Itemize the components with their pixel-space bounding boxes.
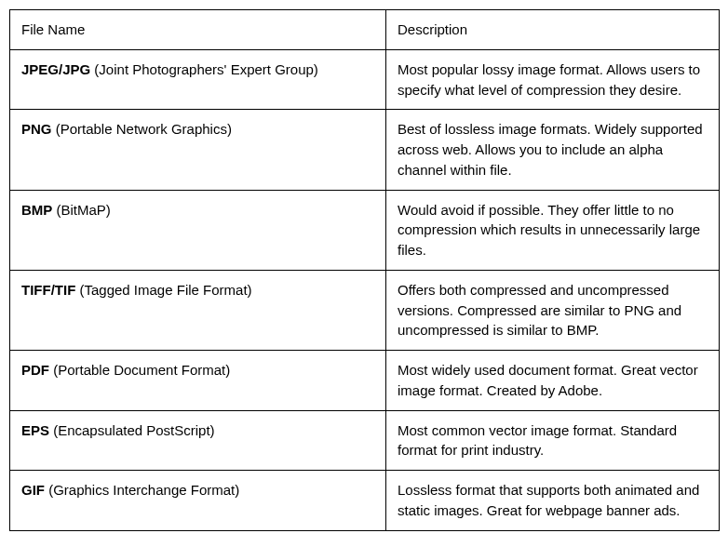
- format-full: (Joint Photographers' Expert Group): [90, 61, 318, 77]
- cell-description: Would avoid if possible. They offer litt…: [386, 190, 720, 270]
- format-abbr: GIF: [21, 482, 45, 498]
- cell-filename: PDF (Portable Document Format): [10, 351, 386, 411]
- format-abbr: JPEG/JPG: [21, 61, 90, 77]
- cell-description: Most widely used document format. Great …: [386, 351, 720, 411]
- col-header-description: Description: [386, 10, 720, 50]
- cell-description: Offers both compressed and uncompressed …: [386, 270, 720, 350]
- format-abbr: PDF: [21, 362, 49, 378]
- format-full: (Portable Document Format): [49, 362, 230, 378]
- format-abbr: EPS: [21, 422, 49, 438]
- cell-description: Lossless format that supports both anima…: [386, 471, 720, 531]
- cell-description: Best of lossless image formats. Widely s…: [386, 110, 720, 190]
- cell-filename: GIF (Graphics Interchange Format): [10, 471, 386, 531]
- cell-description: Most common vector image format. Standar…: [386, 410, 720, 471]
- format-full: (Tagged Image File Format): [75, 282, 251, 298]
- table-row: PDF (Portable Document Format) Most wide…: [10, 351, 720, 411]
- format-full: (Encapsulated PostScript): [49, 422, 215, 438]
- table-row: EPS (Encapsulated PostScript) Most commo…: [10, 410, 720, 471]
- cell-filename: BMP (BitMaP): [10, 190, 386, 270]
- table-header-row: File Name Description: [10, 10, 720, 50]
- file-formats-table: File Name Description JPEG/JPG (Joint Ph…: [9, 9, 720, 531]
- table-row: JPEG/JPG (Joint Photographers' Expert Gr…: [10, 49, 720, 110]
- cell-filename: EPS (Encapsulated PostScript): [10, 410, 386, 471]
- table-row: PNG (Portable Network Graphics) Best of …: [10, 110, 720, 190]
- cell-filename: JPEG/JPG (Joint Photographers' Expert Gr…: [10, 49, 386, 110]
- format-abbr: TIFF/TIF: [21, 282, 75, 298]
- format-full: (Graphics Interchange Format): [45, 482, 239, 498]
- cell-description: Most popular lossy image format. Allows …: [386, 49, 720, 110]
- format-abbr: PNG: [21, 121, 52, 137]
- table-row: GIF (Graphics Interchange Format) Lossle…: [10, 471, 720, 531]
- format-full: (BitMaP): [52, 202, 111, 218]
- col-header-filename: File Name: [10, 10, 386, 50]
- cell-filename: PNG (Portable Network Graphics): [10, 110, 386, 190]
- cell-filename: TIFF/TIF (Tagged Image File Format): [10, 270, 386, 350]
- table-row: TIFF/TIF (Tagged Image File Format) Offe…: [10, 270, 720, 350]
- table-row: BMP (BitMaP) Would avoid if possible. Th…: [10, 190, 720, 270]
- format-abbr: BMP: [21, 202, 52, 218]
- format-full: (Portable Network Graphics): [52, 121, 232, 137]
